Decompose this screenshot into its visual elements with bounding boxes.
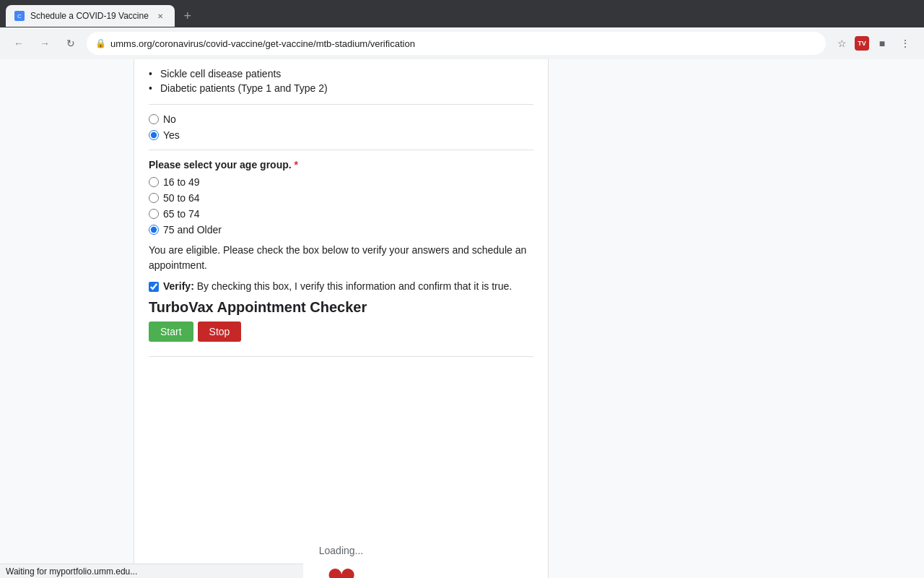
verify-rest: By checking this box, I verify this info… (194, 280, 512, 292)
radio-no[interactable] (149, 114, 159, 124)
age-65-74[interactable]: 65 to 74 (149, 208, 533, 220)
age-group-label: Please select your age group. * (149, 159, 533, 171)
divider-2 (149, 150, 533, 150)
radio-age-50-64[interactable] (149, 193, 159, 203)
verify-checkbox[interactable] (149, 282, 159, 292)
required-marker: * (295, 159, 298, 171)
age-65-74-label: 65 to 74 (163, 208, 200, 220)
start-button[interactable]: Start (149, 322, 193, 342)
radio-yes-label: Yes (163, 129, 180, 141)
tab-close-button[interactable]: ✕ (154, 10, 166, 22)
extensions-button[interactable]: ■ (872, 33, 892, 53)
radio-yes-item[interactable]: Yes (149, 129, 533, 141)
address-text: umms.org/coronavirus/covid-vaccine/get-v… (110, 38, 817, 49)
right-sidebar (549, 59, 924, 578)
radio-age-75-older[interactable] (149, 225, 159, 235)
address-bar: ← → ↻ 🔒 umms.org/coronavirus/covid-vacci… (0, 27, 924, 59)
back-button[interactable]: ← (9, 33, 29, 53)
age-75-older[interactable]: 75 and Older (149, 224, 533, 236)
main-content: Sickle cell disease patients Diabetic pa… (134, 59, 549, 578)
status-bar: Waiting for myportfolio.umm.edu... (0, 564, 303, 578)
loading-text: Loading... (319, 545, 364, 556)
tab-bar: C Schedule a COVID-19 Vaccine ✕ + (0, 0, 924, 27)
checker-title: TurboVax Appointment Checker (149, 299, 533, 316)
lock-icon: 🔒 (95, 38, 106, 48)
toolbar-icons: ☆ TV ■ ⋮ (832, 33, 915, 53)
age-16-49[interactable]: 16 to 49 (149, 176, 533, 188)
list-item: Diabetic patients (Type 1 and Type 2) (149, 81, 533, 95)
radio-yes[interactable] (149, 130, 159, 140)
status-text: Waiting for myportfolio.umm.edu... (6, 566, 137, 577)
age-75-older-label: 75 and Older (163, 224, 222, 236)
new-tab-button[interactable]: + (178, 6, 198, 26)
verify-row: Verify: By checking this box, I verify t… (149, 280, 533, 292)
verify-text: Verify: By checking this box, I verify t… (163, 280, 512, 292)
checker-buttons: Start Stop (149, 322, 533, 342)
conditions-list: Sickle cell disease patients Diabetic pa… (149, 59, 533, 95)
radio-no-label: No (163, 113, 176, 125)
menu-button[interactable]: ⋮ (895, 33, 915, 53)
active-tab[interactable]: C Schedule a COVID-19 Vaccine ✕ (6, 5, 175, 27)
divider-3 (149, 356, 533, 357)
left-sidebar (0, 59, 134, 578)
tab-title: Schedule a COVID-19 Vaccine (30, 11, 149, 21)
radio-age-16-49[interactable] (149, 177, 159, 187)
yes-no-group: No Yes (149, 113, 533, 141)
heart-icon: ❤ (327, 562, 356, 578)
age-50-64-label: 50 to 64 (163, 192, 200, 204)
verify-bold: Verify: (163, 280, 194, 292)
radio-age-65-74[interactable] (149, 209, 159, 219)
turbovax-extension-icon[interactable]: TV (855, 36, 869, 51)
age-50-64[interactable]: 50 to 64 (149, 192, 533, 204)
stop-button[interactable]: Stop (198, 322, 242, 342)
age-16-49-label: 16 to 49 (163, 176, 200, 188)
radio-no-item[interactable]: No (149, 113, 533, 125)
divider (149, 104, 533, 105)
age-group-radio-group: 16 to 49 50 to 64 65 to 74 75 and Older (149, 176, 533, 236)
list-item: Sickle cell disease patients (149, 66, 533, 81)
eligibility-message: You are eligible. Please check the box b… (149, 243, 533, 273)
address-input[interactable]: 🔒 umms.org/coronavirus/covid-vaccine/get… (87, 32, 826, 55)
bookmark-button[interactable]: ☆ (832, 33, 852, 53)
forward-button[interactable]: → (35, 33, 55, 53)
tab-favicon: C (14, 11, 25, 21)
reload-button[interactable]: ↻ (61, 33, 81, 53)
